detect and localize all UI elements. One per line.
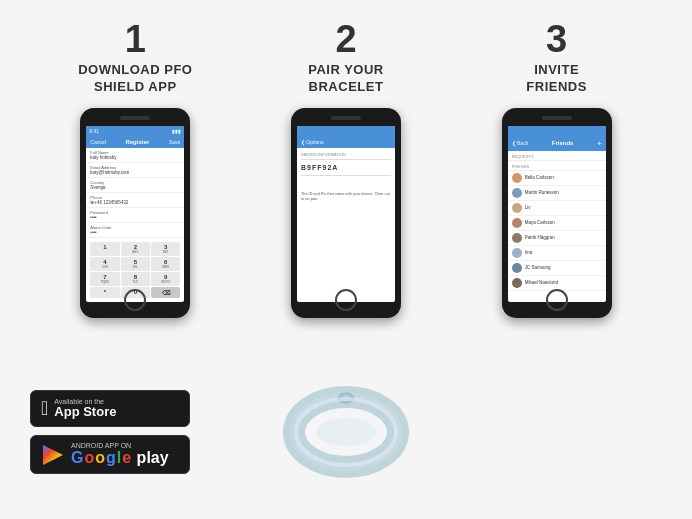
step-3-number: 3	[546, 20, 567, 58]
field-phone: Phone ⊕+46 1234565432	[86, 193, 184, 208]
friend-row-4[interactable]: Maya Carlsson	[508, 216, 606, 231]
friend-name-7: JC Samsung	[525, 265, 551, 270]
avatar-6	[512, 248, 522, 258]
status-bar-3	[508, 126, 606, 136]
googleplay-text: ANDROID APP ON Google play	[71, 442, 169, 467]
friend-row-3[interactable]: Liv	[508, 201, 606, 216]
play-icon	[41, 443, 65, 467]
pairing-id: B9FF92A	[301, 164, 391, 171]
register-title: Register	[125, 139, 149, 145]
pairing-section-label: PAIRING INFORMATION	[301, 152, 391, 157]
phone-1: 9:41 ▮▮▮ Cancel Register Save Full Name …	[80, 108, 190, 318]
apple-icon: 	[41, 397, 48, 420]
googleplay-button[interactable]: ANDROID APP ON Google play	[30, 435, 190, 474]
key-3[interactable]: 3DEF	[151, 242, 180, 256]
friend-row-2[interactable]: Martin Runesson	[508, 186, 606, 201]
main-steps-container: 1 DOWNLOAD PFOSHIELD APP 9:41 ▮▮▮ Cancel…	[0, 0, 692, 380]
key-delete[interactable]: ⌫	[151, 287, 180, 298]
appstore-button[interactable]:  Available on the App Store	[30, 390, 190, 427]
step-1-number: 1	[125, 20, 146, 58]
friend-name-5: Patrik Häggran	[525, 235, 555, 240]
step-2-number: 2	[335, 20, 356, 58]
friend-row-1[interactable]: Bella Carlsson	[508, 171, 606, 186]
back-friends-button[interactable]: ❮ Back	[512, 140, 529, 146]
friends-label: FRIENDS	[508, 161, 606, 171]
step-1-column: 1 DOWNLOAD PFOSHIELD APP 9:41 ▮▮▮ Cancel…	[35, 20, 235, 318]
key-5[interactable]: 5JKL	[121, 257, 150, 271]
phone-3-screen: ❮ Back Friends + REQUESTS FRIENDS Bella …	[508, 126, 606, 302]
svg-marker-1	[43, 445, 63, 465]
appstore-text: Available on the App Store	[54, 398, 116, 419]
friends-title: Friends	[552, 140, 574, 146]
pairing-description: The ID and Pin that came with your devic…	[301, 192, 391, 203]
key-7[interactable]: 7PQRS	[90, 272, 119, 286]
key-1[interactable]: 1	[90, 242, 119, 256]
step-1-title: DOWNLOAD PFOSHIELD APP	[78, 62, 192, 96]
friend-row-6[interactable]: Ima	[508, 246, 606, 261]
field-fullname: Full Name katy holmsby	[86, 148, 184, 163]
avatar-3	[512, 203, 522, 213]
field-alarmcode: Alarm Code ••••	[86, 223, 184, 238]
save-label[interactable]: Save	[169, 139, 180, 145]
key-6[interactable]: 6MNO	[151, 257, 180, 271]
googleplay-small-label: ANDROID APP ON	[71, 442, 169, 449]
step-2-column: 2 PAIR YOURBRACELET ❮ Options PAIRING IN…	[246, 20, 446, 318]
svg-point-3	[316, 418, 376, 446]
step-3-column: 3 INVITEFRIENDS ❮ Back Friends + REQUEST…	[457, 20, 657, 318]
requests-label: REQUESTS	[508, 151, 606, 161]
avatar-7	[512, 263, 522, 273]
key-0[interactable]: 0	[121, 287, 150, 298]
appstore-large-label: App Store	[54, 405, 116, 419]
field-email: Email Address katy@holmsby.com	[86, 163, 184, 178]
avatar-2	[512, 188, 522, 198]
friend-row-7[interactable]: JC Samsung	[508, 261, 606, 276]
field-password: Password ••••	[86, 208, 184, 223]
options-header: ❮ Options	[297, 136, 395, 148]
friend-name-3: Liv	[525, 205, 531, 210]
friend-name-8: Mikael Naeslund	[525, 280, 558, 285]
store-buttons-container:  Available on the App Store	[30, 390, 190, 474]
back-button[interactable]: ❮ Options	[301, 139, 324, 145]
avatar-1	[512, 173, 522, 183]
avatar-4	[512, 218, 522, 228]
phone-3: ❮ Back Friends + REQUESTS FRIENDS Bella …	[502, 108, 612, 318]
bracelet-container	[266, 370, 426, 480]
step-2-title: PAIR YOURBRACELET	[308, 62, 384, 96]
phone-2: ❮ Options PAIRING INFORMATION B9FF92A Th…	[291, 108, 401, 318]
field-country: Country Sverige	[86, 178, 184, 193]
friend-name-6: Ima	[525, 250, 533, 255]
pairing-content: PAIRING INFORMATION B9FF92A The ID and P…	[297, 148, 395, 207]
friends-header: ❮ Back Friends +	[508, 136, 606, 151]
key-9[interactable]: 9WXYZ	[151, 272, 180, 286]
friend-row-5[interactable]: Patrik Häggran	[508, 231, 606, 246]
key-8[interactable]: 8TUV	[121, 272, 150, 286]
friend-name-2: Martin Runesson	[525, 190, 559, 195]
avatar-5	[512, 233, 522, 243]
status-bar-2	[297, 126, 395, 136]
key-4[interactable]: 4GHI	[90, 257, 119, 271]
friend-name-4: Maya Carlsson	[525, 220, 555, 225]
register-header: Cancel Register Save	[86, 136, 184, 148]
cancel-label[interactable]: Cancel	[90, 139, 106, 145]
add-friend-button[interactable]: +	[597, 139, 602, 148]
friend-name-1: Bella Carlsson	[525, 175, 554, 180]
phone-2-screen: ❮ Options PAIRING INFORMATION B9FF92A Th…	[297, 126, 395, 302]
play-triangle-icon	[41, 443, 65, 467]
google-play-logo: Google play	[71, 449, 169, 467]
phone-1-screen: 9:41 ▮▮▮ Cancel Register Save Full Name …	[86, 126, 184, 302]
numpad: 1 2ABC 3DEF 4GHI 5JKL 6MNO 7PQRS 8TUV 9W…	[86, 240, 184, 300]
bottom-section:  Available on the App Store	[0, 380, 692, 490]
key-2[interactable]: 2ABC	[121, 242, 150, 256]
step-3-title: INVITEFRIENDS	[526, 62, 587, 96]
friend-row-8[interactable]: Mikael Naeslund	[508, 276, 606, 291]
key-star[interactable]: *	[90, 287, 119, 298]
bracelet-image	[281, 370, 411, 480]
status-bar-1: 9:41 ▮▮▮	[86, 126, 184, 136]
avatar-8	[512, 278, 522, 288]
